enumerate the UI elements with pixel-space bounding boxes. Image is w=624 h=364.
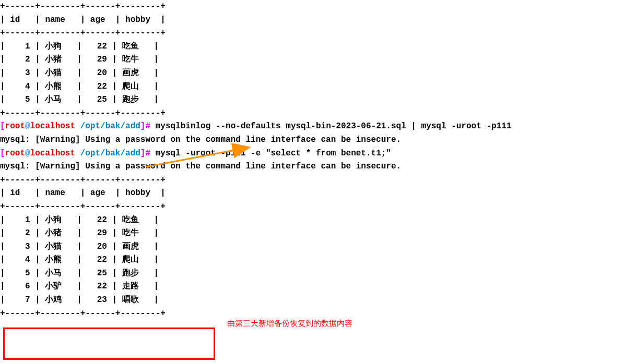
table-row: | 6 | 小驴 | 22 | 走路 |	[0, 282, 159, 291]
terminal-output[interactable]: +------+--------+------+--------+ | id |…	[0, 0, 624, 320]
table-header: | id | name | age | hobby |	[0, 15, 166, 25]
bracket-open: [	[0, 149, 5, 158]
prompt-path: /opt/bak/add	[80, 122, 140, 131]
table-row: | 3 | 小猫 | 20 | 画虎 |	[0, 68, 159, 78]
prompt-hash: #	[145, 149, 155, 158]
warning-line: mysql: [Warning] Using a password on the…	[0, 135, 401, 144]
table-row: | 1 | 小狗 | 22 | 吃鱼 |	[0, 215, 159, 225]
prompt-at: @	[25, 149, 30, 158]
table-header: | id | name | age | hobby |	[0, 188, 166, 198]
table-row: | 2 | 小猪 | 29 | 吃牛 |	[0, 55, 159, 64]
table-row: | 1 | 小狗 | 22 | 吃鱼 |	[0, 42, 159, 51]
table-border: +------+--------+------+--------+	[0, 2, 166, 11]
table-border: +------+--------+------+--------+	[0, 175, 166, 185]
prompt-user: root	[5, 149, 25, 158]
annotation-text: 由第三天新增备份恢复到的数据内容	[227, 317, 352, 330]
shell-prompt[interactable]: [root@localhost /opt/bak/add]# mysqlbinl…	[0, 122, 511, 131]
prompt-host: localhost	[30, 122, 80, 131]
prompt-user: root	[5, 122, 25, 131]
table-row: | 3 | 小猫 | 20 | 画虎 |	[0, 242, 159, 251]
table-row: | 4 | 小熊 | 22 | 爬山 |	[0, 255, 159, 264]
command-text: mysql -uroot -p111 -e "select * from ben…	[156, 149, 391, 158]
highlight-box	[3, 327, 215, 360]
table-row: | 5 | 小马 | 25 | 跑步 |	[0, 95, 159, 104]
table-border: +------+--------+------+--------+	[0, 28, 166, 38]
table-row: | 2 | 小猪 | 29 | 吃牛 |	[0, 228, 159, 238]
table-border: +------+--------+------+--------+	[0, 202, 166, 211]
prompt-path: /opt/bak/add	[80, 149, 140, 158]
prompt-host: localhost	[30, 149, 80, 158]
table-border: +------+--------+------+--------+	[0, 108, 166, 118]
table-row: | 7 | 小鸡 | 23 | 唱歌 |	[0, 295, 159, 305]
shell-prompt[interactable]: [root@localhost /opt/bak/add]# mysql -ur…	[0, 149, 391, 158]
command-text: mysqlbinlog --no-defaults mysql-bin-2023…	[156, 122, 512, 131]
table-row: | 5 | 小马 | 25 | 跑步 |	[0, 269, 159, 278]
table-border: +------+--------+------+--------+	[0, 309, 166, 318]
bracket-open: [	[0, 122, 5, 131]
warning-line: mysql: [Warning] Using a password on the…	[0, 162, 401, 171]
prompt-hash: #	[145, 122, 155, 131]
table-row: | 4 | 小熊 | 22 | 爬山 |	[0, 82, 159, 91]
prompt-at: @	[25, 122, 30, 131]
